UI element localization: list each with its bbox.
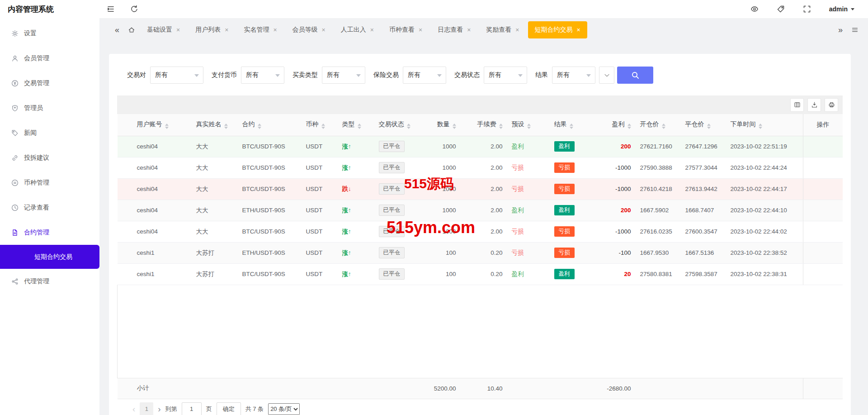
sort-icon[interactable] bbox=[662, 124, 665, 129]
tab[interactable]: 奖励查看× bbox=[479, 21, 526, 38]
tab[interactable]: 实名管理× bbox=[237, 21, 283, 38]
sort-icon[interactable] bbox=[499, 124, 503, 129]
column-header-status[interactable]: 交易状态 bbox=[374, 114, 422, 136]
filter-select[interactable]: 所有 bbox=[552, 67, 595, 84]
sort-icon[interactable] bbox=[759, 124, 762, 129]
column-header-open_price[interactable]: 开仓价 bbox=[636, 114, 681, 136]
refresh-icon[interactable] bbox=[130, 5, 138, 13]
cell-fee: 0.20 bbox=[461, 263, 507, 285]
filter-columns-button[interactable] bbox=[790, 98, 804, 112]
table-row[interactable]: ceshi04大大BTC/USDT-90SUSDT涨↑已平仓10002.00亏损… bbox=[118, 157, 843, 178]
tab[interactable]: 日志查看× bbox=[431, 21, 477, 38]
filter-select[interactable]: 所有 bbox=[150, 67, 203, 84]
tab[interactable]: 短期合约交易× bbox=[528, 21, 587, 38]
tab-close-icon[interactable]: × bbox=[515, 27, 519, 33]
tab-close-icon[interactable]: × bbox=[322, 27, 326, 33]
sidebar-item[interactable]: 交易管理 bbox=[0, 71, 99, 95]
eye-icon[interactable] bbox=[750, 5, 759, 13]
sidebar-item[interactable]: 管理员 bbox=[0, 95, 99, 120]
sort-icon[interactable] bbox=[707, 124, 711, 129]
tab-close-icon[interactable]: × bbox=[419, 27, 422, 33]
column-header-contract[interactable]: 合约 bbox=[238, 114, 302, 136]
sort-icon[interactable] bbox=[358, 124, 361, 129]
collapse-menu-icon[interactable] bbox=[107, 5, 115, 13]
sidebar-item[interactable]: 代理管理 bbox=[0, 269, 99, 294]
sidebar-item[interactable]: 币种管理 bbox=[0, 170, 99, 195]
filter-select[interactable]: 所有 bbox=[322, 67, 365, 84]
sort-icon[interactable] bbox=[627, 124, 631, 129]
tab-close-icon[interactable]: × bbox=[577, 27, 580, 33]
cell-action bbox=[803, 178, 843, 200]
filter-value: 所有 bbox=[557, 71, 570, 79]
current-page[interactable]: 1 bbox=[140, 402, 153, 415]
column-header-coin[interactable]: 币种 bbox=[302, 114, 338, 136]
print-button[interactable] bbox=[825, 98, 838, 112]
table-row[interactable]: ceshi1大苏打ETH/USDT-90SUSDT涨↑已平仓1000.20亏损亏… bbox=[118, 242, 843, 263]
tab[interactable]: 人工出入× bbox=[334, 21, 381, 38]
column-label: 类型 bbox=[342, 120, 355, 128]
filter-select[interactable]: 所有 bbox=[241, 67, 284, 84]
sort-icon[interactable] bbox=[258, 124, 261, 129]
filter-select[interactable]: 所有 bbox=[403, 67, 446, 84]
search-button[interactable] bbox=[617, 67, 653, 84]
column-header-type[interactable]: 类型 bbox=[338, 114, 374, 136]
profit-value: -1000 bbox=[615, 228, 631, 235]
column-header-profit[interactable]: 盈利 bbox=[592, 114, 636, 136]
sidebar-item[interactable]: 会员管理 bbox=[0, 46, 99, 71]
user-menu[interactable]: admin bbox=[829, 5, 854, 13]
home-tab-icon[interactable] bbox=[126, 24, 137, 36]
tab-close-icon[interactable]: × bbox=[225, 27, 228, 33]
column-header-account[interactable]: 用户账号 bbox=[132, 114, 192, 136]
fullscreen-icon[interactable] bbox=[803, 5, 811, 13]
cell-close_price: 27613.9442 bbox=[681, 178, 726, 200]
sort-icon[interactable] bbox=[453, 124, 456, 129]
more-filters-button[interactable] bbox=[599, 67, 614, 84]
cell-type: 涨↑ bbox=[338, 136, 374, 157]
tabs-scroll-left-icon[interactable]: « bbox=[111, 24, 123, 36]
sidebar-subitem[interactable]: 短期合约交易 bbox=[0, 245, 99, 269]
tab-close-icon[interactable]: × bbox=[467, 27, 471, 33]
column-header-result[interactable]: 结果 bbox=[550, 114, 592, 136]
sort-icon[interactable] bbox=[407, 124, 410, 129]
confirm-page-button[interactable]: 确定 bbox=[217, 402, 241, 415]
tab[interactable]: 币种查看× bbox=[382, 21, 429, 38]
column-header-time[interactable]: 下单时间 bbox=[726, 114, 803, 136]
sort-icon[interactable] bbox=[321, 124, 325, 129]
tab[interactable]: 基础设置× bbox=[140, 21, 187, 38]
table-row[interactable]: ceshi04大大ETH/USDT-90SUSDT涨↑已平仓10002.00盈利… bbox=[118, 200, 843, 221]
tab[interactable]: 用户列表× bbox=[189, 21, 235, 38]
column-header-sel bbox=[118, 114, 132, 136]
column-header-real_name[interactable]: 真实姓名 bbox=[192, 114, 238, 136]
sidebar-item[interactable]: 记录查看 bbox=[0, 195, 99, 220]
sidebar-item[interactable]: 合约管理 bbox=[0, 220, 99, 245]
column-header-fee[interactable]: 手续费 bbox=[461, 114, 507, 136]
tabs-scroll-right-icon[interactable]: » bbox=[835, 24, 846, 36]
next-page-icon[interactable]: › bbox=[158, 405, 160, 413]
export-button[interactable] bbox=[807, 98, 821, 112]
tab-close-icon[interactable]: × bbox=[370, 27, 374, 33]
table-row[interactable]: ceshi04大大BTC/USDT-90SUSDT涨↑已平仓10002.00亏损… bbox=[118, 221, 843, 242]
sidebar-item[interactable]: 新闻 bbox=[0, 120, 99, 145]
page-input[interactable] bbox=[182, 402, 202, 415]
column-header-preset[interactable]: 预设 bbox=[507, 114, 550, 136]
filter-select[interactable]: 所有 bbox=[484, 67, 527, 84]
column-header-amount[interactable]: 数量 bbox=[422, 114, 461, 136]
prev-page-icon[interactable]: ‹ bbox=[132, 405, 135, 413]
page-size-select[interactable]: 20 条/页 bbox=[268, 403, 300, 415]
sidebar-item[interactable]: 投拆建议 bbox=[0, 145, 99, 170]
tag-icon[interactable] bbox=[777, 5, 785, 13]
tab-close-icon[interactable]: × bbox=[176, 27, 180, 33]
tab-close-icon[interactable]: × bbox=[273, 27, 277, 33]
column-header-close_price[interactable]: 平仓价 bbox=[681, 114, 726, 136]
table-row[interactable]: ceshi1大苏打BTC/USDT-90SUSDT涨↑已平仓1000.20盈利盈… bbox=[118, 263, 843, 285]
tab-menu-icon[interactable] bbox=[849, 24, 861, 36]
table-row[interactable]: ceshi04大大BTC/USDT-90SUSDT跌↓已平仓10002.00亏损… bbox=[118, 178, 843, 200]
sort-icon[interactable] bbox=[224, 124, 228, 129]
sort-icon[interactable] bbox=[570, 124, 573, 129]
sort-icon[interactable] bbox=[165, 124, 169, 129]
table-row[interactable]: ceshi04大大BTC/USDT-90SUSDT涨↑已平仓10002.00盈利… bbox=[118, 136, 843, 157]
cell-time: 2023-10-02 22:44:24 bbox=[726, 157, 803, 178]
sort-icon[interactable] bbox=[527, 124, 531, 129]
sidebar-item[interactable]: 设置 bbox=[0, 21, 99, 46]
tab[interactable]: 会员等级× bbox=[286, 21, 332, 38]
